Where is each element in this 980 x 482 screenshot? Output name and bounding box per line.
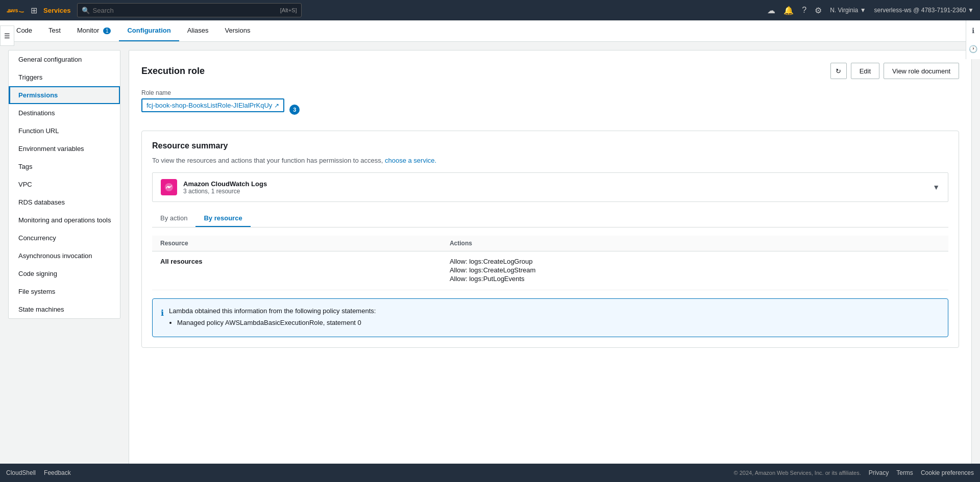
page-content: General configuration Triggers Permissio…	[0, 42, 980, 464]
svg-text:aws: aws	[8, 7, 18, 13]
service-info: Amazon CloudWatch Logs 3 actions, 1 reso…	[183, 180, 933, 195]
main-panel: Execution role ↻ Edit View role document…	[129, 50, 972, 464]
svg-point-2	[168, 186, 170, 188]
nav-state-machines[interactable]: State machines	[9, 300, 120, 318]
action-3: Allow: logs:PutLogEvents	[450, 275, 940, 283]
resource-summary-desc: To view the resources and actions that y…	[152, 157, 948, 164]
search-input[interactable]	[93, 7, 277, 14]
resource-table: Resource Actions All resources Allow: lo…	[152, 236, 948, 290]
table-row: All resources Allow: logs:CreateLogGroup…	[152, 251, 948, 290]
tab-aliases[interactable]: Aliases	[179, 20, 217, 41]
section-title: Execution role	[141, 66, 205, 77]
bell-icon[interactable]: 🔔	[783, 6, 794, 15]
chevron-down-icon: ▼	[933, 183, 940, 191]
nav-code-signing[interactable]: Code signing	[9, 265, 120, 283]
content-area: ☰ Code Test Monitor 1 Configuration Alia…	[0, 20, 980, 464]
role-name-label: Role name	[141, 89, 959, 96]
cloud-icon[interactable]: ☁	[767, 6, 775, 15]
resource-summary: Resource summary To view the resources a…	[141, 131, 959, 348]
nav-general-configuration[interactable]: General configuration	[9, 50, 120, 68]
main-wrapper: ☰ Code Test Monitor 1 Configuration Alia…	[0, 20, 980, 464]
function-tabs: Code Test Monitor 1 Configuration Aliase…	[8, 20, 972, 41]
resource-cell: All resources	[152, 251, 442, 290]
nav-async-invocation[interactable]: Asynchronous invocation	[9, 247, 120, 265]
choose-service-link[interactable]: choose a service.	[385, 157, 436, 164]
search-icon: 🔍	[82, 7, 90, 14]
cloudwatch-icon	[161, 179, 177, 195]
services-label[interactable]: Services	[43, 7, 71, 14]
col-actions: Actions	[442, 236, 948, 251]
role-name-text: fcj-book-shop-BooksListRole-JIElalPrKqUy	[146, 102, 272, 109]
top-navigation: aws ⊞ Services 🔍 [Alt+S] ☁ 🔔 ? ⚙ N. Virg…	[0, 0, 980, 20]
settings-icon[interactable]: ⚙	[815, 6, 822, 15]
view-role-document-button[interactable]: View role document	[884, 63, 959, 79]
actions-cell: Allow: logs:CreateLogGroup Allow: logs:C…	[442, 251, 948, 290]
refresh-button[interactable]: ↻	[830, 63, 847, 79]
col-resource: Resource	[152, 236, 442, 251]
service-meta: 3 actions, 1 resource	[183, 188, 933, 195]
tab-by-resource[interactable]: By resource	[195, 210, 250, 227]
info-box: ℹ Lambda obtained this information from …	[152, 298, 948, 337]
function-tabs-container: Code Test Monitor 1 Configuration Aliase…	[0, 20, 980, 42]
nav-concurrency[interactable]: Concurrency	[9, 229, 120, 247]
region-selector[interactable]: N. Virginia ▼	[830, 7, 866, 14]
clock-icon[interactable]: 🕐	[967, 43, 979, 55]
account-selector[interactable]: serverless-ws @ 4783-7191-2360 ▼	[874, 7, 974, 14]
info-circle-icon: ℹ	[161, 308, 164, 328]
nav-monitoring-operations[interactable]: Monitoring and operations tools	[9, 211, 120, 229]
right-sidebar: ℹ 🕐	[966, 20, 980, 59]
nav-destinations[interactable]: Destinations	[9, 104, 120, 122]
resource-tabs: By action By resource	[152, 210, 948, 227]
info-text: Lambda obtained this information from th…	[169, 307, 376, 328]
resource-summary-desc-text: To view the resources and actions that y…	[152, 157, 383, 164]
action-1: Allow: logs:CreateLogGroup	[450, 258, 940, 265]
nav-rds-databases[interactable]: RDS databases	[9, 193, 120, 211]
tab-monitor[interactable]: Monitor 1	[69, 20, 119, 41]
nav-vpc[interactable]: VPC	[9, 175, 120, 193]
step-badge-3: 3	[289, 105, 300, 115]
monitor-badge: 1	[103, 28, 111, 34]
role-name-link[interactable]: fcj-book-shop-BooksListRole-JIElalPrKqUy…	[141, 98, 284, 112]
service-dropdown[interactable]: Amazon CloudWatch Logs 3 actions, 1 reso…	[152, 172, 948, 202]
nav-right: ☁ 🔔 ? ⚙ N. Virginia ▼ serverless-ws @ 47…	[767, 6, 974, 15]
tab-versions[interactable]: Versions	[217, 20, 259, 41]
action-2: Allow: logs:CreateLogStream	[450, 266, 940, 274]
edit-button[interactable]: Edit	[851, 63, 879, 79]
service-name: Amazon CloudWatch Logs	[183, 180, 933, 188]
policy-statement-item: Managed policy AWSLambdaBasicExecutionRo…	[177, 319, 376, 326]
external-link-icon: ↗	[274, 102, 279, 109]
execution-role-header: Execution role ↻ Edit View role document	[141, 63, 959, 79]
header-actions: ↻ Edit View role document	[830, 63, 959, 79]
grid-icon[interactable]: ⊞	[31, 6, 37, 15]
nav-file-systems[interactable]: File systems	[9, 283, 120, 300]
info-icon[interactable]: ℹ	[970, 24, 976, 37]
nav-function-url[interactable]: Function URL	[9, 122, 120, 140]
resource-summary-title: Resource summary	[152, 141, 948, 150]
tab-by-action[interactable]: By action	[152, 210, 195, 227]
left-nav: General configuration Triggers Permissio…	[8, 50, 120, 319]
aws-logo[interactable]: aws	[6, 4, 24, 16]
search-shortcut: [Alt+S]	[280, 7, 297, 13]
tab-test[interactable]: Test	[40, 20, 69, 41]
sidebar-toggle[interactable]: ☰	[0, 26, 14, 46]
nav-triggers[interactable]: Triggers	[9, 68, 120, 86]
search-bar[interactable]: 🔍 [Alt+S]	[77, 3, 302, 17]
nav-environment-variables[interactable]: Environment variables	[9, 140, 120, 158]
info-text-main: Lambda obtained this information from th…	[169, 307, 376, 315]
tab-configuration[interactable]: Configuration	[119, 20, 179, 41]
help-icon[interactable]: ?	[802, 6, 806, 15]
nav-permissions[interactable]: Permissions	[9, 86, 120, 104]
nav-tags[interactable]: Tags	[9, 158, 120, 175]
